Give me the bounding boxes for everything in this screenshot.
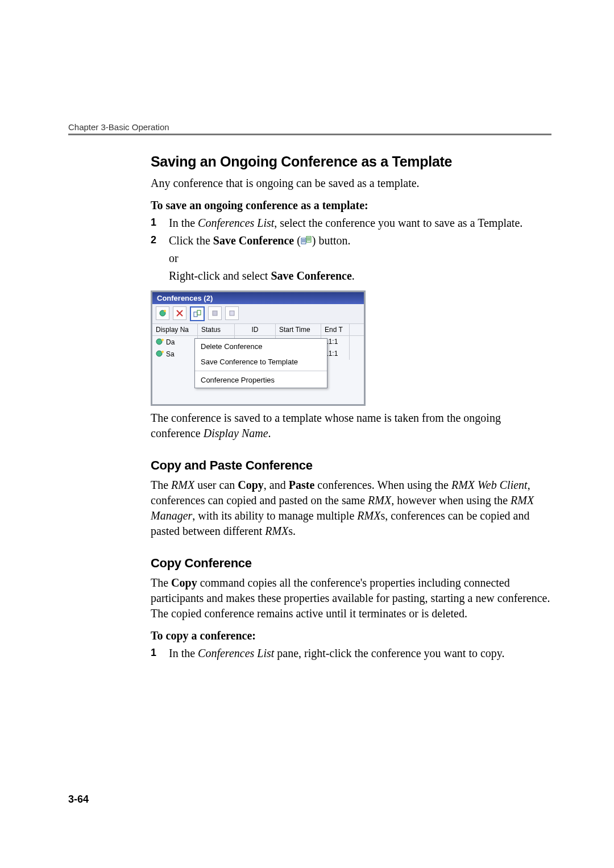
step-2-alt: Right-click and select Save Conference.	[169, 268, 551, 284]
text: s.	[288, 525, 296, 537]
text: , select the conference you want to save…	[274, 217, 522, 229]
text: command copies all the conference's prop…	[151, 576, 550, 620]
text-italic: RMX,	[368, 494, 394, 506]
running-header: Chapter 3-Basic Operation	[68, 122, 169, 132]
text: ) button.	[312, 234, 351, 247]
toolbar-icon-4[interactable]	[208, 306, 222, 320]
text: In the	[169, 647, 198, 659]
text-italic: Conferences List	[198, 647, 274, 659]
svg-rect-7	[307, 240, 310, 240]
text: , and	[264, 479, 289, 491]
text: .	[268, 427, 271, 439]
svg-point-16	[156, 339, 162, 344]
text-italic: RMX Web Client	[451, 479, 528, 491]
menu-separator	[195, 371, 327, 371]
text-italic: RMX	[171, 479, 194, 491]
menu-delete-conference[interactable]: Delete Conference	[195, 339, 327, 354]
text: The	[151, 479, 171, 491]
screenshot-conferences-panel: Conferences (2) Display Na	[151, 290, 366, 406]
panel-toolbar	[152, 304, 364, 324]
after-screenshot-text: The conference is saved to a template wh…	[151, 410, 551, 441]
step-1-select-conference: In the Conferences List, select the conf…	[151, 215, 551, 231]
conference-icon	[156, 338, 165, 346]
text-bold: Save Conference	[213, 234, 294, 247]
text-italic: RMX	[357, 509, 380, 522]
intro-paragraph: Any conference that is ongoing can be sa…	[151, 176, 551, 191]
toolbar-icon-5[interactable]	[225, 306, 239, 320]
svg-rect-2	[302, 240, 305, 241]
heading-copy-conference: Copy Conference	[151, 556, 551, 571]
menu-conference-properties[interactable]: Conference Properties	[195, 372, 327, 388]
header-rule	[68, 134, 551, 135]
text: pane, right-click the conference you wan…	[274, 647, 504, 659]
table-header: Display Na Status ID Start Time End T	[152, 324, 364, 336]
text: .	[352, 269, 355, 282]
col-id[interactable]: ID	[235, 324, 276, 335]
svg-rect-3	[302, 242, 305, 242]
cell-name: Sa	[166, 350, 175, 358]
cell-name: Da	[166, 338, 175, 346]
heading-saving-template: Saving an Ongoing Conference as a Templa…	[151, 153, 551, 170]
text-italic: RMX	[265, 525, 288, 537]
text: The	[151, 576, 171, 589]
svg-point-18	[156, 351, 162, 356]
text: , with its ability to manage multiple	[192, 509, 357, 522]
text-bold: Paste	[289, 479, 315, 491]
menu-save-conference-template[interactable]: Save Conference to Template	[195, 354, 327, 369]
col-display-name[interactable]: Display Na	[152, 324, 198, 335]
svg-rect-1	[302, 239, 305, 240]
svg-point-17	[161, 339, 164, 341]
svg-rect-12	[194, 312, 197, 317]
svg-rect-13	[197, 310, 201, 315]
text-bold: Copy	[238, 479, 264, 491]
panel-title: Conferences (2)	[152, 292, 364, 304]
delete-icon[interactable]	[173, 306, 186, 320]
svg-rect-6	[307, 239, 310, 239]
context-menu: Delete Conference Save Conference to Tem…	[194, 338, 327, 388]
instruction-save-template: To save an ongoing conference as a templ…	[151, 199, 551, 212]
text-bold: Save Conference	[271, 269, 351, 282]
col-status[interactable]: Status	[198, 324, 235, 335]
save-template-icon[interactable]	[190, 306, 205, 321]
text-italic: Display Name	[204, 427, 268, 439]
conference-icon	[156, 350, 165, 358]
text: user can	[194, 479, 238, 491]
text: Right-click and select	[169, 269, 271, 282]
new-conference-icon[interactable]	[156, 306, 169, 320]
text: however when using the	[394, 494, 511, 506]
heading-copy-paste: Copy and Paste Conference	[151, 458, 551, 473]
text: In the	[169, 217, 198, 229]
svg-rect-5	[307, 238, 310, 238]
save-conference-icon	[301, 234, 312, 244]
instruction-copy-conference: To copy a conference:	[151, 629, 551, 642]
col-start-time[interactable]: Start Time	[276, 324, 321, 335]
copy-conference-paragraph: The Copy command copies all the conferen…	[151, 575, 551, 621]
text-italic: Conferences List	[198, 217, 274, 229]
step-2-click-save: Click the Save Conference ( ) button. or	[151, 233, 551, 284]
copy-paste-paragraph: The RMX user can Copy, and Paste confere…	[151, 477, 551, 539]
text: Click the	[169, 234, 213, 247]
svg-point-9	[164, 310, 166, 312]
text-bold: Copy	[171, 576, 197, 589]
page-number: 3-64	[68, 794, 89, 805]
text: (	[294, 234, 301, 247]
svg-rect-14	[213, 311, 217, 315]
step-1-copy: In the Conferences List pane, right-clic…	[151, 646, 551, 661]
text: conferences. When using the	[314, 479, 451, 491]
or-text: or	[169, 251, 551, 266]
col-end-time[interactable]: End T	[321, 324, 350, 335]
svg-rect-15	[230, 311, 234, 315]
svg-point-19	[161, 351, 164, 353]
